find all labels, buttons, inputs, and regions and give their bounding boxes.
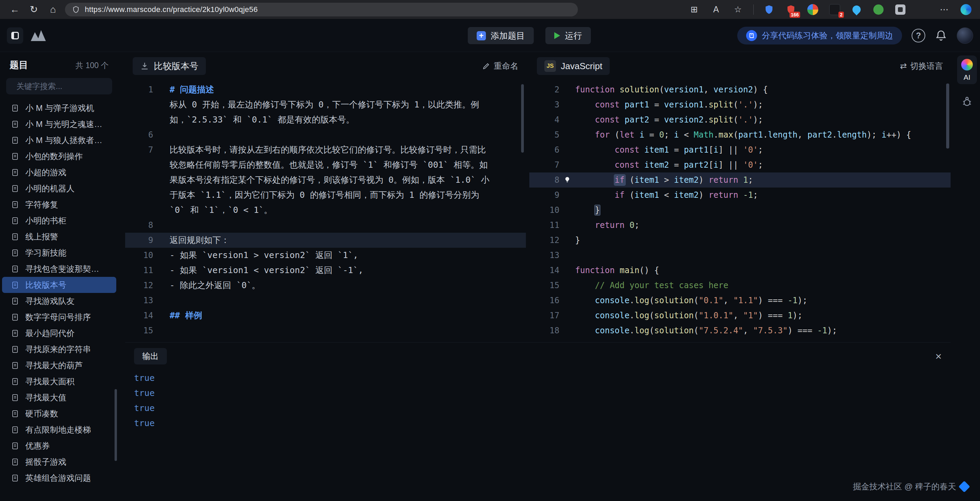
read-aloud-icon[interactable]: A bbox=[710, 3, 722, 16]
code-line[interactable]: 15 // Add your test cases here bbox=[529, 278, 951, 293]
back-icon[interactable]: ← bbox=[8, 2, 22, 17]
sidebar-item[interactable]: 寻找最大值 bbox=[2, 389, 116, 405]
markdown-row[interactable]: 9返回规则如下： bbox=[125, 233, 526, 248]
markdown-row[interactable]: 8 bbox=[125, 218, 526, 233]
pinwheel-extension-icon[interactable] bbox=[806, 3, 819, 16]
sidebar-item[interactable]: 数字字母问号排序 bbox=[2, 309, 116, 325]
markdown-row[interactable]: 较忽略任何前导零后的整数值。也就是说，修订号 `1` 和修订号 `001` 相等… bbox=[125, 157, 526, 172]
sidebar-item[interactable]: 寻找最大的葫芦 bbox=[2, 357, 116, 373]
code-scrollbar[interactable] bbox=[946, 83, 949, 148]
markdown-row[interactable]: 12- 除此之外返回 `0`。 bbox=[125, 278, 526, 293]
code-line[interactable]: 2function solution(version1, version2) { bbox=[529, 82, 951, 97]
code-line[interactable]: 4 const part2 = version2.split('.'); bbox=[529, 112, 951, 127]
sidebar-item[interactable]: 小 M 与光明之魂速… bbox=[2, 116, 116, 132]
markdown-row[interactable]: 于版本 `1.1`，因为它们下标为 0 的修订号相同，而下标为 1 的修订号分别… bbox=[125, 188, 526, 203]
sidebar-item[interactable]: 寻找最大面积 bbox=[2, 373, 116, 389]
code-line[interactable]: 3 const part1 = version1.split('.'); bbox=[529, 97, 951, 112]
adblock-extension-icon[interactable]: 166 bbox=[784, 3, 797, 16]
problem-title-chip[interactable]: 比较版本号 bbox=[133, 57, 206, 75]
markdown-row[interactable]: 10- 如果 `version1 > version2` 返回 `1`, bbox=[125, 248, 526, 263]
code-line[interactable]: 8 if (item1 > item2) return 1; bbox=[529, 172, 951, 188]
code-line[interactable]: 11 return 0; bbox=[529, 218, 951, 233]
user-avatar[interactable] bbox=[957, 27, 973, 44]
sidebar-item[interactable]: 线上报警 bbox=[2, 228, 116, 245]
sidebar-item[interactable]: 小 M 与狼人拯救者… bbox=[2, 132, 116, 148]
run-button[interactable]: 运行 bbox=[546, 27, 591, 44]
sidebar-item[interactable]: 小明的书柜 bbox=[2, 212, 116, 228]
markdown-row[interactable]: 6 bbox=[125, 127, 526, 142]
code-line[interactable]: 18 console.log(solution("7.5.2.4", "7.5.… bbox=[529, 323, 951, 338]
sidebar-item[interactable]: 小包的数列操作 bbox=[2, 148, 116, 164]
code-line[interactable]: 16 console.log(solution("0.1", "1.1") ==… bbox=[529, 293, 951, 308]
reload-icon[interactable]: ↻ bbox=[27, 2, 41, 17]
download-icon[interactable] bbox=[916, 3, 929, 16]
markdown-scrollbar[interactable] bbox=[521, 84, 524, 153]
drop-extension-icon[interactable] bbox=[850, 3, 863, 16]
sidebar-item[interactable]: 英雄组合游戏问题 bbox=[2, 470, 116, 486]
sidebar-item[interactable]: 优惠券 bbox=[2, 438, 116, 454]
search-box[interactable] bbox=[6, 78, 112, 94]
markdown-row[interactable]: 7比较版本号时，请按从左到右的顺序依次比较它们的修订号。比较修订号时，只需比 bbox=[125, 142, 526, 157]
sidebar-item[interactable]: 硬币凑数 bbox=[2, 405, 116, 421]
markdown-row[interactable]: 13 bbox=[125, 293, 526, 308]
blue-shield-extension-icon[interactable] bbox=[762, 3, 776, 16]
help-icon[interactable]: ? bbox=[912, 29, 925, 42]
notifications-bell-icon[interactable] bbox=[935, 29, 947, 42]
ai-assistant-button[interactable]: AI bbox=[957, 56, 977, 84]
markdown-editor[interactable]: 1# 问题描述标从 0 开始，最左边的修订号下标为 0，下一个修订号下标为 1，… bbox=[125, 80, 526, 342]
code-line[interactable]: 17 console.log(solution("1.0.1", "1") ==… bbox=[529, 308, 951, 323]
line-number: 14 bbox=[529, 263, 559, 278]
sidebar-item[interactable]: 最小趋同代价 bbox=[2, 325, 116, 341]
markdown-row[interactable]: 15 bbox=[125, 323, 526, 338]
green-extension-icon[interactable] bbox=[872, 3, 885, 16]
markdown-row[interactable]: 14## 样例 bbox=[125, 308, 526, 323]
search-input[interactable] bbox=[16, 81, 118, 91]
markdown-row[interactable]: 如，`2.5.33` 和 `0.1` 都是有效的版本号。 bbox=[125, 112, 526, 127]
dark-extension-icon[interactable]: 2 bbox=[828, 3, 841, 16]
code-line[interactable]: 14function main() { bbox=[529, 263, 951, 278]
close-output-icon[interactable]: × bbox=[935, 351, 942, 362]
code-line[interactable]: 10 } bbox=[529, 203, 951, 218]
markdown-row[interactable]: 标从 0 开始，最左边的修订号下标为 0，下一个修订号下标为 1，以此类推。例 bbox=[125, 97, 526, 112]
sidebar-item[interactable]: 小 M 与弹子游戏机 bbox=[2, 100, 116, 116]
share-banner[interactable]: 分享代码练习体验，领限量定制周边 bbox=[737, 27, 902, 45]
sidebar-item[interactable]: 小明的机器人 bbox=[2, 180, 116, 196]
markdown-row[interactable]: 果版本号没有指定某个下标处的修订号，则该修订号视为 0。例如，版本 `1.0` … bbox=[125, 172, 526, 188]
document-icon bbox=[11, 152, 19, 161]
lightbulb-icon[interactable] bbox=[563, 176, 571, 184]
debug-button[interactable] bbox=[960, 96, 974, 107]
rename-button[interactable]: 重命名 bbox=[482, 61, 519, 72]
sidebar-item[interactable]: 字符修复 bbox=[2, 196, 116, 212]
switch-language-button[interactable]: ⇄ 切换语言 bbox=[900, 61, 943, 72]
address-bar[interactable]: https://www.marscode.cn/practice/2k10yl0… bbox=[65, 3, 578, 16]
sidebar-item[interactable]: 摇骰子游戏 bbox=[2, 454, 116, 470]
sidebar-item[interactable]: 小超的游戏 bbox=[2, 164, 116, 180]
apps-grid-icon[interactable]: ⊞ bbox=[688, 3, 701, 16]
collapse-sidebar-icon[interactable] bbox=[7, 27, 23, 44]
language-chip[interactable]: JS JavaScript bbox=[537, 57, 610, 75]
code-line[interactable]: 5 for (let i = 0; i < Math.max(part1.len… bbox=[529, 127, 951, 142]
gray-extension-icon[interactable] bbox=[894, 3, 907, 16]
home-icon[interactable]: ⌂ bbox=[46, 2, 60, 17]
sidebar-item[interactable]: 比较版本号 bbox=[2, 277, 116, 293]
sidebar-scrollbar[interactable] bbox=[115, 389, 117, 461]
favorite-star-icon[interactable]: ☆ bbox=[732, 3, 745, 16]
sidebar-item[interactable]: 寻找包含斐波那契… bbox=[2, 261, 116, 277]
output-tab[interactable]: 输出 bbox=[134, 348, 167, 364]
markdown-row[interactable]: `0` 和 `1`，`0 < 1`。 bbox=[125, 203, 526, 218]
browser-logo-icon[interactable] bbox=[959, 3, 972, 16]
add-problem-button[interactable]: + 添加题目 bbox=[468, 27, 534, 44]
sidebar-item[interactable]: 寻找游戏队友 bbox=[2, 293, 116, 309]
code-line[interactable]: 9 if (item1 < item2) return -1; bbox=[529, 188, 951, 203]
sidebar-item[interactable]: 学习新技能 bbox=[2, 245, 116, 261]
code-line[interactable]: 7 const item2 = part2[i] || '0'; bbox=[529, 157, 951, 172]
code-line[interactable]: 12} bbox=[529, 233, 951, 248]
code-editor[interactable]: 2function solution(version1, version2) {… bbox=[529, 80, 951, 342]
more-menu-icon[interactable]: ⋯ bbox=[938, 3, 951, 16]
markdown-row[interactable]: 11- 如果 `version1 < version2` 返回 `-1`, bbox=[125, 263, 526, 278]
sidebar-item[interactable]: 寻找原来的字符串 bbox=[2, 341, 116, 357]
code-line[interactable]: 13 bbox=[529, 248, 951, 263]
code-line[interactable]: 6 const item1 = part1[i] || '0'; bbox=[529, 142, 951, 157]
markdown-row[interactable]: 1# 问题描述 bbox=[125, 82, 526, 97]
sidebar-item[interactable]: 有点限制地走楼梯 bbox=[2, 421, 116, 438]
